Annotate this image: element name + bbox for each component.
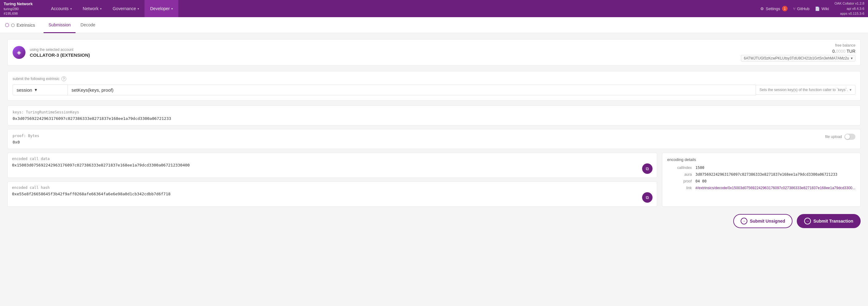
encoding-aura-row: aura 3d075692242963176097c027386333e8271… xyxy=(667,172,856,177)
encoding-details-title: encoding details xyxy=(667,157,856,162)
nav-right: ⚙ Settings 1 ⑂ GitHub 📄 Wiki OAK Collato… xyxy=(760,1,864,16)
aura-value: 3d075692242963176097c027386333e8271837e1… xyxy=(695,172,837,177)
top-navigation: Turing Network turing/280 #195,698 Accou… xyxy=(0,0,868,17)
accounts-chevron-icon: ▾ xyxy=(70,7,72,10)
encoded-call-data-card: encoded call data 0x15003d07569224296317… xyxy=(7,153,657,178)
wiki-icon: 📄 xyxy=(815,6,820,11)
nav-governance[interactable]: Governance ▾ xyxy=(107,0,145,17)
tab-submission-label: Submission xyxy=(49,22,71,27)
tab-decode-label: Decode xyxy=(81,22,95,27)
version-info: OAK Collator v1.2.8 api v8.4.3-6 apps v0… xyxy=(835,1,864,16)
encoded-call-data-content: 0x15003d075692242963176097c027386333e827… xyxy=(12,163,640,167)
governance-label: Governance xyxy=(113,6,136,11)
call-select[interactable]: setKeys(keys, proof) xyxy=(68,84,756,95)
settings-label: Settings xyxy=(766,6,780,11)
proof-field-value[interactable]: 0x0 xyxy=(12,140,39,144)
extrinsics-label: Extrinsics xyxy=(17,23,35,28)
accounts-label: Accounts xyxy=(51,6,69,11)
nav-developer[interactable]: Developer ▾ xyxy=(145,0,178,17)
proof-field-row: proof: Bytes 0x0 file upload xyxy=(12,134,856,144)
tab-decode[interactable]: Decode xyxy=(75,18,100,33)
brand-info[interactable]: Turing Network turing/280 #195,698 xyxy=(4,1,40,16)
governance-chevron-icon: ▾ xyxy=(137,7,139,10)
link-label: link xyxy=(667,186,692,190)
call-desc-text: Sets the session key(s) of the function … xyxy=(760,88,848,92)
aura-label: aura xyxy=(667,172,692,177)
file-upload-switch[interactable] xyxy=(844,134,856,140)
settings-badge-count: 1 xyxy=(782,6,787,11)
keys-field-label: keys: TuringRuntimeSessionKeys xyxy=(12,110,856,114)
callindex-label: callIndex xyxy=(667,166,692,170)
version-api: api v8.4.3-6 xyxy=(835,6,864,11)
encoded-call-data-label: encoded call data xyxy=(12,157,653,161)
file-upload-label: file upload xyxy=(825,135,842,139)
proof-field-content: proof: Bytes 0x0 xyxy=(12,134,39,144)
help-icon[interactable]: ? xyxy=(61,76,66,81)
copy-call-data-button[interactable]: ⧉ xyxy=(642,163,653,174)
encoding-link[interactable]: #/extrinsics/decode/0x15003d075692242963… xyxy=(695,186,856,190)
version-apps: apps v0.115.3-6 xyxy=(835,11,864,16)
wiki-link[interactable]: 📄 Wiki xyxy=(815,6,829,11)
address-chevron-icon: ▾ xyxy=(851,56,852,60)
file-upload-toggle: file upload xyxy=(825,134,856,140)
settings-button[interactable]: ⚙ Settings 1 xyxy=(760,6,787,11)
keys-field-card: keys: TuringRuntimeSessionKeys 0x3d07569… xyxy=(7,105,861,126)
toggle-knob xyxy=(845,134,850,139)
github-icon: ⑂ xyxy=(793,6,796,11)
encoding-proof-row: proof 04 00 xyxy=(667,179,856,183)
encoded-left: encoded call data 0x15003d07569224296317… xyxy=(7,153,657,207)
bottom-actions: → Submit Unsigned → Submit Transaction xyxy=(7,211,861,229)
account-name: COLLATOR-3 (EXTENSION) xyxy=(30,53,90,58)
brand-network-name: Turing Network xyxy=(4,1,33,7)
submit-transaction-icon: → xyxy=(804,218,811,225)
version-app: OAK Collator v1.2.8 xyxy=(835,1,864,6)
nav-network[interactable]: Network ▾ xyxy=(78,0,107,17)
encoding-details-card: encoding details callIndex 1500 aura 3d0… xyxy=(662,153,861,207)
submit-unsigned-button[interactable]: → Submit Unsigned xyxy=(733,214,793,228)
brand-blocknum: #195,698 xyxy=(4,11,18,16)
submit-unsigned-icon: → xyxy=(741,218,747,225)
nav-accounts[interactable]: Accounts ▾ xyxy=(45,0,78,17)
wiki-label: Wiki xyxy=(822,6,829,11)
extrinsic-row: session ▾ setKeys(keys, proof) Sets the … xyxy=(12,84,856,95)
callindex-value: 1500 xyxy=(695,166,704,170)
network-label: Network xyxy=(83,6,98,11)
extrinsics-icon: ⬡ xyxy=(11,23,15,28)
brand-block: turing/280 xyxy=(4,7,19,11)
address-text: 6ATWJTUGf3zKcwPKLUtsy3TdU8CH21b1GrtSn3eh… xyxy=(744,56,849,60)
account-row: ◈ using the selected account COLLATOR-3 … xyxy=(7,39,861,66)
submit-unsigned-label: Submit Unsigned xyxy=(750,218,785,224)
proof-label: proof xyxy=(667,179,692,183)
tab-submission[interactable]: Submission xyxy=(43,18,75,33)
copy-call-hash-button[interactable]: ⧉ xyxy=(642,192,653,203)
account-info: using the selected account COLLATOR-3 (E… xyxy=(30,47,90,58)
call-description: Sets the session key(s) of the function … xyxy=(756,85,856,95)
encoded-section: encoded call data 0x15003d07569224296317… xyxy=(7,153,861,207)
account-label: using the selected account xyxy=(30,47,90,52)
tabs-bar: ⬡ Extrinsics Submission Decode xyxy=(0,17,868,33)
encoded-call-data-value: 0x15003d075692242963176097c027386333e827… xyxy=(12,163,640,167)
encoding-callindex-row: callIndex 1500 xyxy=(667,166,856,170)
settings-gear-icon: ⚙ xyxy=(760,6,764,11)
nav-items: Accounts ▾ Network ▾ Governance ▾ Develo… xyxy=(45,0,403,17)
desc-chevron-icon: ▾ xyxy=(849,88,851,92)
encoded-call-hash-card: encoded call hash 0xe55e8f26658645f3b42f… xyxy=(7,181,657,207)
encoding-link-row: link #/extrinsics/decode/0x15003d0756922… xyxy=(667,186,856,190)
submit-transaction-label: Submit Transaction xyxy=(813,218,853,224)
encoded-call-hash-value: 0xe55e8f26658645f3b42f9aff0268afe66364fa… xyxy=(12,192,640,196)
keys-field-value[interactable]: 0x3d075692242963176097c027386333e8271837… xyxy=(12,116,856,121)
balance-value: 0.0000 TUR xyxy=(832,49,856,54)
account-right: free balance 0.0000 TUR 6ATWJTUGf3zKcwPK… xyxy=(741,43,856,62)
address-select[interactable]: 6ATWJTUGf3zKcwPKLUtsy3TdU8CH21b1GrtSn3eh… xyxy=(741,55,856,62)
proof-value: 04 00 xyxy=(695,179,707,183)
submit-transaction-button[interactable]: → Submit Transaction xyxy=(797,214,861,228)
extrinsics-section-label: ⬡ Extrinsics xyxy=(5,22,35,28)
module-label: session xyxy=(17,88,32,93)
proof-field-label: proof: Bytes xyxy=(12,134,39,138)
account-left: ◈ using the selected account COLLATOR-3 … xyxy=(12,46,90,59)
module-chevron-icon: ▾ xyxy=(35,87,37,93)
module-select[interactable]: session ▾ xyxy=(12,84,68,95)
github-link[interactable]: ⑂ GitHub xyxy=(793,6,809,11)
encoded-call-hash-label: encoded call hash xyxy=(12,185,653,190)
developer-label: Developer xyxy=(150,6,170,11)
